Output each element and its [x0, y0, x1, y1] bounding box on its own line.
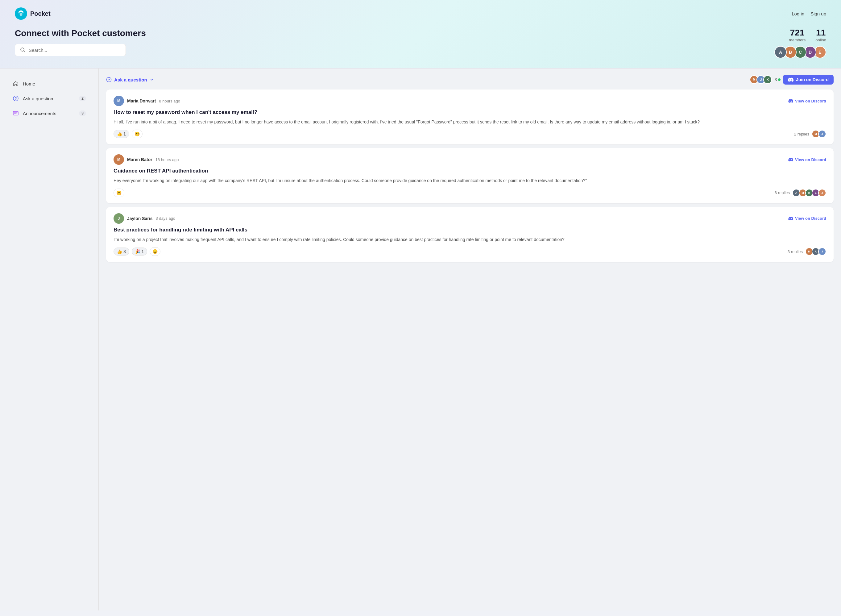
reply-avatars: M J — [812, 130, 826, 138]
announcements-icon — [12, 110, 19, 117]
replies-count: 3 replies — [788, 249, 803, 254]
post-author-name: Maren Bator — [127, 157, 152, 162]
post-replies: 2 replies M J — [794, 130, 826, 138]
view-discord-button[interactable]: View on Discord — [788, 99, 826, 103]
logo-area: Pocket — [15, 7, 51, 20]
view-discord-button[interactable]: View on Discord — [788, 157, 826, 162]
post-card: M Maren Bator 18 hours ago View on Disco… — [106, 148, 834, 203]
post-time: 18 hours ago — [155, 157, 179, 162]
sidebar-item-ask-question[interactable]: ? Ask a question 2 — [4, 91, 95, 106]
reply-avatars: M A J — [805, 248, 826, 255]
sidebar-ask-label: Ask a question — [23, 96, 75, 101]
post-reactions: 😊 — [114, 189, 125, 197]
post-title: Guidance on REST API authentication — [114, 168, 826, 174]
members-label: members — [789, 38, 806, 42]
post-footer: 👍 1 😊 2 replies M J — [114, 130, 826, 138]
post-card: J Jaylon Saris 3 days ago View on Discor… — [106, 207, 834, 262]
reply-avatars: A M K L J — [792, 189, 826, 197]
members-stat: 721 members — [789, 28, 806, 42]
online-count: 11 — [815, 28, 826, 37]
home-icon — [12, 80, 19, 87]
chevron-down-icon — [149, 78, 154, 82]
sidebar-item-home[interactable]: Home — [4, 76, 95, 91]
avatar: A — [774, 46, 787, 58]
svg-text:?: ? — [108, 78, 110, 82]
post-replies: 3 replies M A J — [788, 248, 826, 255]
view-discord-label: View on Discord — [795, 99, 826, 103]
discord-small-icon — [788, 158, 793, 161]
discord-small-icon — [788, 217, 793, 220]
svg-line-3 — [24, 51, 25, 53]
online-avatars: M J K — [750, 75, 772, 84]
search-input[interactable] — [29, 47, 121, 53]
post-card: M Maria Dorwart 8 hours ago View on Disc… — [106, 89, 834, 144]
post-body: Hi all, I've run into a bit of a snag. I… — [114, 119, 826, 125]
reaction-smile[interactable]: 😊 — [132, 130, 142, 138]
header: Pocket Log in Sign up Connect with Pocke… — [0, 0, 841, 68]
sidebar-announcements-label: Announcements — [23, 111, 75, 116]
discord-small-icon — [788, 99, 793, 103]
stats-block: 721 members 11 online — [789, 28, 826, 42]
post-avatar: M — [114, 96, 124, 106]
post-author-area: J Jaylon Saris 3 days ago — [114, 213, 175, 224]
post-author-name: Jaylon Saris — [127, 216, 153, 221]
members-count: 721 — [789, 28, 806, 37]
online-dot — [778, 78, 781, 81]
mini-avatar: K — [763, 75, 772, 84]
view-discord-label: View on Discord — [795, 216, 826, 221]
replies-count: 6 replies — [775, 191, 790, 195]
svg-rect-6 — [13, 111, 18, 115]
login-button[interactable]: Log in — [792, 11, 804, 16]
replies-count: 2 replies — [794, 132, 809, 136]
post-time: 3 days ago — [156, 216, 176, 221]
auth-buttons: Log in Sign up — [792, 11, 826, 16]
ask-badge: 2 — [79, 96, 86, 101]
reaction-party[interactable]: 🎉 1 — [132, 248, 148, 255]
sidebar: Home ? Ask a question 2 Announcements — [0, 69, 99, 610]
header-avatars: A B C D E — [774, 46, 826, 58]
online-label: online — [815, 38, 826, 42]
post-replies: 6 replies A M K L J — [775, 189, 826, 197]
post-avatar: J — [114, 213, 124, 224]
post-author-name: Maria Dorwart — [127, 98, 156, 103]
view-discord-label: View on Discord — [795, 157, 826, 162]
post-footer: 😊 6 replies A M K L J — [114, 189, 826, 197]
reaction-smile[interactable]: 😊 — [114, 189, 125, 197]
reaction-thumbsup[interactable]: 👍 1 — [114, 130, 129, 138]
sidebar-home-label: Home — [23, 81, 86, 87]
reply-avatar: J — [818, 189, 826, 197]
reply-avatar: J — [818, 248, 826, 255]
post-title: Best practices for handling rate limitin… — [114, 227, 826, 233]
post-header: M Maren Bator 18 hours ago View on Disco… — [114, 154, 826, 165]
post-avatar: M — [114, 154, 124, 165]
join-discord-label: Join on Discord — [796, 77, 829, 82]
signup-button[interactable]: Sign up — [810, 11, 826, 16]
post-author-area: M Maria Dorwart 8 hours ago — [114, 96, 180, 106]
join-discord-button[interactable]: Join on Discord — [783, 75, 834, 85]
discord-icon — [788, 78, 794, 82]
post-title: How to reset my password when I can't ac… — [114, 109, 826, 116]
sidebar-item-announcements[interactable]: Announcements 3 — [4, 106, 95, 120]
header-stats: 721 members 11 online A B C D E — [774, 28, 826, 58]
channel-selector[interactable]: ? Ask a question — [106, 77, 154, 82]
channel-label: Ask a question — [114, 77, 147, 82]
svg-text:?: ? — [15, 97, 17, 101]
header-bottom: Connect with Pocket customers 721 member… — [15, 28, 826, 58]
post-reactions: 👍 3 🎉 1 😊 — [114, 247, 160, 256]
reaction-smile[interactable]: 😊 — [149, 247, 160, 256]
post-body: Hey everyone! I'm working on integrating… — [114, 177, 826, 184]
reply-avatar: J — [818, 130, 826, 138]
search-icon — [20, 47, 26, 53]
pocket-logo-icon — [15, 7, 27, 20]
search-bar[interactable] — [15, 44, 126, 56]
post-time: 8 hours ago — [159, 99, 180, 103]
main-layout: Home ? Ask a question 2 Announcements — [0, 69, 841, 610]
reaction-thumbsup[interactable]: 👍 3 — [114, 248, 129, 255]
post-author-area: M Maren Bator 18 hours ago — [114, 154, 179, 165]
post-footer: 👍 3 🎉 1 😊 3 replies M A J — [114, 247, 826, 256]
announcements-badge: 3 — [79, 110, 86, 116]
online-count: 3 — [774, 77, 781, 82]
view-discord-button[interactable]: View on Discord — [788, 216, 826, 221]
channel-icon: ? — [106, 77, 112, 82]
post-reactions: 👍 1 😊 — [114, 130, 142, 138]
